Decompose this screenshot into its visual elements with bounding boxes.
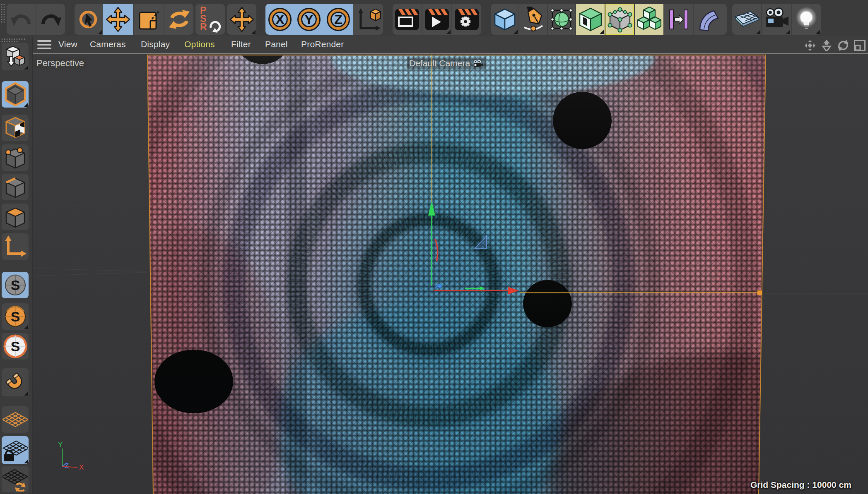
svg-text:X: X [275,12,285,27]
svg-text:R: R [200,22,207,32]
svg-text:S: S [10,338,20,354]
svg-text:Z: Z [334,12,342,27]
svg-text:S: S [10,309,20,324]
svg-text:S: S [10,277,20,293]
svg-text:Y: Y [304,12,313,27]
